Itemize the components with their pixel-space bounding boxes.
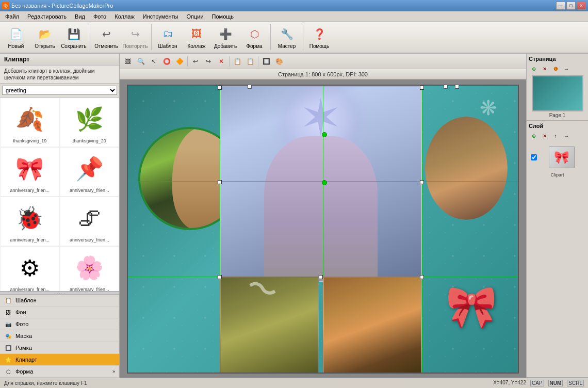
category-select[interactable]: greeting bbox=[2, 86, 117, 95]
shape-button[interactable]: ⬡ Форма bbox=[240, 23, 268, 52]
page-nav-btn1[interactable]: ❶ bbox=[550, 64, 561, 73]
green-handle-top[interactable] bbox=[322, 132, 327, 137]
close-button[interactable]: ✕ bbox=[577, 2, 586, 10]
menu-view[interactable]: Вид bbox=[71, 12, 89, 21]
canvas[interactable]: ✶ bbox=[127, 85, 519, 374]
toolbar-sep-3 bbox=[270, 24, 271, 50]
canvas-area[interactable]: ✶ bbox=[120, 79, 526, 378]
page-toolbar: ⊕ ✕ ❶ → bbox=[529, 64, 586, 73]
photo-top-right[interactable] bbox=[425, 117, 508, 220]
handle-tm[interactable] bbox=[444, 85, 448, 89]
tool-color[interactable]: 🎨 bbox=[273, 55, 285, 68]
menu-photo[interactable]: Фото bbox=[89, 12, 110, 21]
menu-help[interactable]: Помощь bbox=[208, 12, 238, 21]
tool-search[interactable]: 🔍 bbox=[135, 55, 147, 68]
nav-photo[interactable]: 📷 Фото bbox=[0, 318, 119, 330]
layer-add-btn[interactable]: ⊕ bbox=[529, 131, 539, 140]
undo-button[interactable]: ↩ Отменить bbox=[92, 23, 120, 52]
page-delete-btn[interactable]: ✕ bbox=[540, 64, 550, 73]
mask-nav-icon: 🎭 bbox=[4, 332, 12, 340]
collage-label: Коллаж bbox=[187, 43, 205, 49]
nav-template[interactable]: 📋 Шаблон bbox=[0, 295, 119, 306]
left-panel: Клипарт Добавить клипарт в коллаж, двойн… bbox=[0, 54, 120, 378]
layer-up-btn[interactable]: ↑ bbox=[550, 131, 561, 140]
handle-tl[interactable] bbox=[248, 85, 252, 89]
nav-frame[interactable]: 🔲 Рамка bbox=[0, 342, 119, 354]
status-scrl: SCRL bbox=[567, 380, 584, 386]
sel-handle-tl[interactable] bbox=[218, 86, 222, 90]
tool-redo[interactable]: ↪ bbox=[202, 55, 215, 68]
layer-delete-btn[interactable]: ✕ bbox=[540, 131, 550, 140]
tool-shape[interactable]: 🔶 bbox=[173, 55, 186, 68]
page-thumbnail[interactable] bbox=[532, 75, 583, 111]
template-nav-icon: 📋 bbox=[4, 297, 12, 304]
minimize-button[interactable]: — bbox=[556, 2, 565, 10]
page-nav-btn2[interactable]: → bbox=[561, 64, 571, 73]
tool-home[interactable]: 🖼 bbox=[122, 55, 134, 68]
tool-paste[interactable]: 📋 bbox=[244, 55, 256, 68]
sel-handle-r[interactable] bbox=[420, 180, 424, 184]
canvas-wrapper: 🖼 🔍 ↖ ⭕ 🔶 ↩ ↪ ✕ 📋 📋 🔲 🎨 Страница 1: 800 … bbox=[120, 54, 526, 378]
clipart-name-3: anniversary_frien... bbox=[70, 188, 109, 193]
titlebar-controls[interactable]: — □ ✕ bbox=[556, 2, 586, 10]
menu-options[interactable]: Опции bbox=[182, 12, 207, 21]
menu-tools[interactable]: Инструменты bbox=[139, 12, 183, 21]
template-button[interactable]: 🗂 Шаблон bbox=[154, 23, 182, 52]
clipart-item-3[interactable]: 📌 anniversary_frien... bbox=[60, 147, 120, 197]
clipart-name-4: anniversary_frien... bbox=[10, 237, 50, 242]
new-button[interactable]: 📄 Новый bbox=[2, 23, 30, 52]
nav-clipart[interactable]: ⭐ Клипарт bbox=[0, 354, 119, 366]
clipart-name-5: anniversary_frien... bbox=[70, 237, 109, 242]
page-section: Страница ⊕ ✕ ❶ → Page 1 bbox=[527, 54, 588, 121]
menu-file[interactable]: Файл bbox=[1, 12, 23, 21]
layer-item[interactable]: 🎀 bbox=[529, 142, 586, 172]
sel-handle-tr[interactable] bbox=[420, 86, 424, 90]
collage-button[interactable]: 🖼 Коллаж bbox=[183, 23, 210, 52]
nav-shape[interactable]: ⬡ Форма » bbox=[0, 366, 119, 378]
menu-edit[interactable]: Редактировать bbox=[23, 12, 71, 21]
page-add-btn[interactable]: ⊕ bbox=[529, 64, 539, 73]
add-button[interactable]: ➕ Добавить bbox=[211, 23, 239, 52]
sel-handle-br[interactable] bbox=[420, 275, 424, 279]
clipart-thumb-0: 🍂 bbox=[9, 101, 51, 137]
sel-handle-bm[interactable] bbox=[319, 275, 323, 279]
master-button[interactable]: 🔧 Мастер bbox=[273, 23, 301, 52]
clipart-item-1[interactable]: 🌿 thanksgiving_20 bbox=[60, 98, 120, 147]
shape-icon: ⬡ bbox=[246, 26, 263, 42]
clipart-item-5[interactable]: 🖇 anniversary_frien... bbox=[60, 197, 120, 246]
save-button[interactable]: 💾 Сохранить bbox=[60, 23, 88, 52]
layer-visible-check[interactable] bbox=[531, 154, 537, 160]
template-icon: 🗂 bbox=[159, 26, 176, 42]
handle-tr[interactable] bbox=[455, 85, 459, 89]
clipart-thumb-2: 🎀 bbox=[9, 151, 51, 187]
master-label: Мастер bbox=[278, 43, 296, 49]
maximize-button[interactable]: □ bbox=[566, 2, 576, 10]
nav-shape-label: Форма bbox=[15, 368, 33, 375]
canvas-info: Страница 1: 800 x 600px, DPI: 300 bbox=[120, 69, 526, 79]
sel-handle-bl[interactable] bbox=[218, 275, 222, 279]
clipart-item-7[interactable]: 🌸 anniversary_frien... bbox=[60, 246, 120, 292]
open-button[interactable]: 📂 Открыть bbox=[31, 23, 59, 52]
photo-bottom-right[interactable] bbox=[323, 277, 422, 374]
nav-background[interactable]: 🖼 Фон bbox=[0, 306, 119, 318]
clipart-item-6[interactable]: ⚙ anniversary_frien... bbox=[0, 246, 60, 292]
photo-center[interactable]: ✶ bbox=[220, 86, 422, 282]
clipart-item-4[interactable]: 🐞 anniversary_frien... bbox=[0, 197, 60, 246]
menu-collage[interactable]: Коллаж bbox=[110, 12, 139, 21]
clipart-item-0[interactable]: 🍂 thanksgiving_19 bbox=[0, 98, 60, 147]
tool-delete[interactable]: ✕ bbox=[215, 55, 227, 68]
redo-button[interactable]: ↪ Повторить bbox=[121, 23, 149, 52]
tool-circle[interactable]: ⭕ bbox=[160, 55, 173, 68]
nav-mask[interactable]: 🎭 Маска bbox=[0, 330, 119, 342]
tool-grid[interactable]: 🔲 bbox=[260, 55, 272, 68]
tool-copy[interactable]: 📋 bbox=[231, 55, 243, 68]
tool-undo[interactable]: ↩ bbox=[189, 55, 202, 68]
layer-expand-btn[interactable]: → bbox=[561, 131, 571, 140]
green-handle-1[interactable] bbox=[322, 180, 327, 185]
bow-decoration[interactable]: 🎀 bbox=[446, 283, 497, 331]
sel-handle-l[interactable] bbox=[218, 180, 222, 184]
tool-select[interactable]: ↖ bbox=[148, 55, 160, 68]
help-button[interactable]: ❓ Помощь bbox=[305, 23, 333, 52]
clipart-name-7: anniversary_frien... bbox=[70, 287, 109, 292]
clipart-item-2[interactable]: 🎀 anniversary_frien... bbox=[0, 147, 60, 197]
